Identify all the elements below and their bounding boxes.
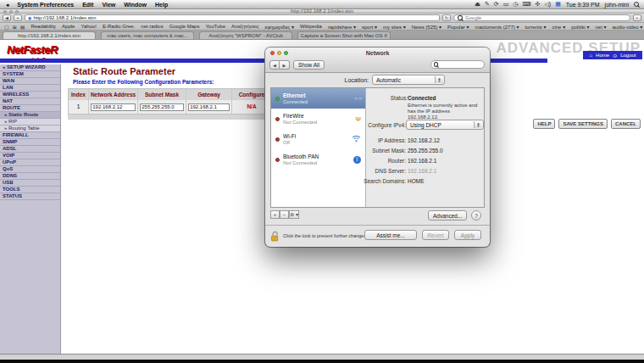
bookmark-item[interactable]: audio-video ▾ [613,24,643,30]
sidebar-item-qos[interactable]: QoS [0,166,60,173]
web-search-field[interactable] [453,14,630,21]
displays-icon[interactable]: ▭ [503,1,509,8]
configure-ipv4-popup[interactable]: Using DHCP ▲▼ [406,120,484,130]
bookmark-icon[interactable]: ▢ [4,24,9,30]
sidebar-item-adsl[interactable]: ADSL [0,146,60,153]
tab-router-page[interactable]: http://192.168.2.1/index.stm [3,31,96,39]
bookmark-item[interactable]: Google Maps [169,24,200,30]
sidebar-item-usb[interactable]: USB [0,180,60,187]
bookmark-item[interactable]: rapidshare ▾ [328,24,356,30]
network-address-input[interactable] [91,103,135,111]
menu-item[interactable]: Window [124,2,147,8]
browser-status-bar [0,354,644,360]
menu-item[interactable]: Edit [82,2,93,8]
bookmark-icon[interactable]: ⊞ [13,24,17,30]
bookmark-item[interactable]: Αναζητήσεις [231,24,259,30]
bookmark-item[interactable]: Readability [31,24,56,30]
revert-button[interactable]: Revert [422,230,449,240]
bookmark-item[interactable]: E-Radio Gree. [103,24,135,30]
sidebar-item-snmp[interactable]: SNMP [0,139,60,146]
show-all-button[interactable]: Show All [293,60,325,70]
bookmark-item[interactable]: Yahoo! [80,24,97,30]
browser-title-bar[interactable]: http://192.168.2.1/index.stm [0,9,644,14]
bookmark-item[interactable]: politiki ▾ [571,24,589,30]
back-button[interactable]: ◀ [269,60,280,70]
sidebar-item-nat[interactable]: NAT [0,98,60,105]
sidebar-item-firewall[interactable]: FIREWALL [0,132,60,139]
page-menu-button[interactable]: ▪ [633,14,641,21]
status-dot-red [275,158,280,162]
tab-avclub-search[interactable]: Αναζήτηση "WSPROM" - AVClub [199,31,292,39]
col-subnet-mask: Subnet Mask [138,89,186,100]
bookmark-item[interactable]: Wikipedia [300,24,322,30]
bookmark-item[interactable]: Popular ▾ [447,24,469,30]
bookmark-item[interactable]: εφημερίδες ▾ [265,24,294,30]
bookmark-item[interactable]: sport ▾ [362,24,377,30]
menu-bar-clock[interactable]: Tue 9:39 PM [566,2,600,8]
bookmark-item[interactable]: net radios [141,24,163,30]
unlocked-padlock-icon[interactable] [270,230,280,245]
sidebar-item-tools[interactable]: TOOLS [0,187,60,193]
bookmark-item[interactable]: net ▾ [596,24,607,30]
bookmark-item[interactable]: my sites ▾ [383,24,406,30]
address-field[interactable]: ◉ http://192.168.2.1/index.stm [25,14,440,21]
new-tab-button[interactable]: + [14,14,22,21]
sidebar-item-wan[interactable]: WAN [0,78,60,85]
sidebar-item-status[interactable]: STATUS [0,193,60,200]
reload-button[interactable]: ↻ [442,14,451,21]
cancel-button[interactable]: CANCEL [611,119,641,129]
bookmark-item[interactable]: News (525) ▾ [412,24,441,30]
tab-screenshot-howto[interactable]: Capture a Screen Shot with Mac OS X [297,31,391,39]
menu-item[interactable]: System Preferences [17,2,74,8]
sidebar-item-upnp[interactable]: UPnP [0,159,60,166]
remove-service-button[interactable]: − [280,210,289,219]
bookmark-icon[interactable]: ▤ [20,24,25,30]
airport-icon[interactable]: ✣ [536,1,541,8]
bookmark-item[interactable]: torrents ▾ [525,24,546,30]
bookmark-item[interactable]: Apple [62,24,75,30]
menu-item[interactable]: View [102,2,115,8]
sidebar-item-static-route[interactable]: » Static Route [0,112,60,119]
service-gear-menu-button[interactable]: ⚙ ▾ [289,210,299,219]
spotlight-icon[interactable] [634,2,639,7]
sidebar-item-system[interactable]: SYSTEM [0,71,60,78]
apply-button[interactable]: Apply [454,230,481,240]
sidebar-item-voip[interactable]: VOIP [0,153,60,159]
search-input[interactable] [465,15,626,20]
ink-icon[interactable]: ✎ [485,1,490,8]
fast-user-switching-menu[interactable]: john-mini [605,2,629,8]
advanced-button[interactable]: Advanced... [428,210,467,221]
sidebar-item-routing-table[interactable]: » Routing Table [0,126,60,132]
bookmark-item[interactable]: mactorrents (277) ▾ [475,24,519,30]
bookmark-item[interactable]: cine ▾ [552,24,565,30]
gateway-input[interactable] [188,103,230,111]
back-button[interactable]: ◀ [3,14,11,21]
time-machine-icon[interactable]: ⟳ [494,1,499,8]
add-service-button[interactable]: + [270,210,280,219]
help-circle-button[interactable]: ? [471,210,481,221]
menu-item[interactable]: Help [155,2,168,8]
sidebar-item-wireless[interactable]: WIRELESS [0,92,60,98]
location-popup[interactable]: Automatic ▲▼ [372,75,445,85]
assist-me-button[interactable]: Assist me... [364,230,417,240]
apple-menu-icon[interactable]: ● [6,2,9,8]
help-button[interactable]: HELP [533,119,555,129]
save-settings-button[interactable]: SAVE SETTINGS [558,119,608,129]
sidebar-item-lan[interactable]: LAN [0,85,60,92]
spaces-icon[interactable]: ▦ [555,1,561,8]
bookmark-item[interactable]: YouTube [205,24,225,30]
sidebar-item-setup-wizard[interactable]: » SETUP WIZARD [0,64,60,71]
volume-icon[interactable]: ◁) [544,1,551,8]
preferences-search-input[interactable] [440,62,481,67]
preferences-search-field[interactable] [430,60,485,69]
tab-mac-users[interactable]: mac users, mac computers & mac... [101,31,194,39]
sidebar-item-route[interactable]: ROUTE [0,105,60,112]
sidebar-item-ddns[interactable]: DDNS [0,173,60,180]
forward-button[interactable]: ▶ [280,60,290,70]
subnet-mask-input[interactable] [140,103,184,111]
clock-icon[interactable]: ◷ [513,1,518,8]
sidebar-item-rip[interactable]: » RIP [0,119,60,126]
lock-hint-text: Click the lock to prevent further change… [283,233,368,238]
eject-icon[interactable]: ⏏ [475,1,480,8]
keyboard-icon[interactable]: ⌨ [522,1,530,8]
